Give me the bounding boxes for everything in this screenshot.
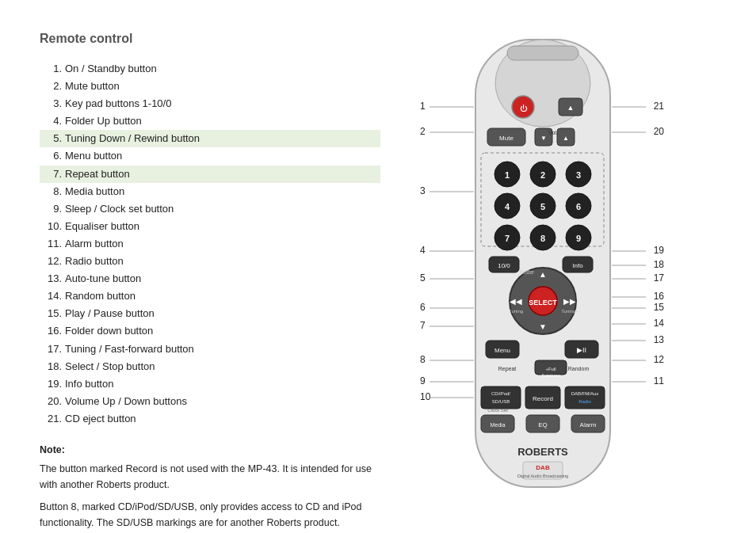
svg-text:Alarm: Alarm — [580, 421, 597, 428]
list-item: 12.Radio button — [40, 253, 380, 270]
note-title: Note: — [40, 442, 380, 458]
note-section: Note: The button marked Record is not us… — [40, 442, 380, 531]
label-13: 13 — [654, 334, 665, 345]
list-item: 17.Tuning / Fast-forward button — [40, 341, 380, 358]
svg-text:3: 3 — [576, 170, 581, 180]
item-number: 15. — [40, 305, 62, 322]
svg-text:Vol.: Vol. — [548, 130, 558, 135]
list-item: 9.Sleep / Clock set button — [40, 200, 380, 218]
item-label: Folder Up button — [65, 112, 142, 130]
item-label: Play / Pause button — [65, 305, 155, 322]
label-19: 19 — [654, 245, 665, 256]
label-16: 16 — [654, 291, 665, 302]
item-number: 7. — [40, 166, 62, 183]
svg-rect-2 — [507, 46, 578, 60]
list-item: 19.Info button — [40, 375, 380, 393]
item-number: 20. — [40, 393, 62, 410]
label-3: 3 — [420, 185, 426, 196]
svg-text:Radio: Radio — [578, 399, 591, 404]
list-item: 5.Tuning Down / Rewind button — [40, 130, 380, 147]
item-number: 12. — [40, 253, 62, 270]
svg-rect-56 — [481, 386, 521, 409]
item-number: 16. — [40, 322, 62, 340]
svg-text:Record: Record — [533, 395, 553, 402]
left-panel: Remote control 1.On / Standby button2.Mu… — [40, 32, 380, 533]
label-21: 21 — [654, 101, 665, 112]
item-number: 3. — [40, 95, 62, 112]
svg-text:7: 7 — [505, 234, 510, 243]
svg-text:◀◀: ◀◀ — [510, 297, 522, 306]
svg-text:8: 8 — [540, 234, 545, 243]
svg-text:CD/iPod/: CD/iPod/ — [491, 391, 510, 396]
item-label: CD eject button — [65, 410, 136, 428]
svg-text:Random: Random — [568, 366, 590, 371]
item-number: 11. — [40, 235, 62, 253]
note-paragraph: Button 8, marked CD/iPod/SD/USB, only pr… — [40, 499, 380, 531]
list-item: 8.Media button — [40, 183, 380, 200]
list-item: 11.Alarm button — [40, 235, 380, 253]
item-label: Info button — [65, 375, 113, 393]
item-label: Tuning Down / Rewind button — [65, 130, 200, 147]
list-item: 13.Auto-tune button — [40, 270, 380, 287]
note-paragraph: The button marked Record is not used wit… — [40, 461, 380, 493]
item-label: Tuning / Fast-forward button — [65, 341, 194, 358]
svg-text:Repeat: Repeat — [498, 366, 517, 372]
svg-text:⏻: ⏻ — [520, 105, 528, 112]
list-item: 3.Key pad buttons 1-10/0 — [40, 95, 380, 112]
svg-text:Digital Audio Broadcasting: Digital Audio Broadcasting — [517, 474, 568, 478]
list-item: 4.Folder Up button — [40, 112, 380, 130]
label-12: 12 — [654, 354, 665, 365]
svg-text:Info: Info — [572, 262, 583, 269]
item-label: Folder down button — [65, 322, 153, 340]
item-label: Alarm button — [65, 235, 124, 253]
item-number: 4. — [40, 112, 62, 130]
item-number: 10. — [40, 218, 62, 235]
svg-text:1: 1 — [505, 170, 510, 180]
list-item: 2.Mute button — [40, 78, 380, 95]
item-number: 6. — [40, 147, 62, 165]
label-14: 14 — [654, 318, 665, 329]
svg-text:Menu: Menu — [494, 347, 510, 354]
item-label: Auto-tune button — [65, 270, 141, 287]
list-item: 10.Equaliser button — [40, 218, 380, 235]
item-number: 19. — [40, 375, 62, 393]
svg-text:▲: ▲ — [563, 135, 569, 142]
svg-text:Tuning: Tuning — [509, 309, 523, 314]
list-item: 15.Play / Pause button — [40, 305, 380, 322]
item-label: Sleep / Clock set button — [65, 200, 174, 218]
item-number: 18. — [40, 358, 62, 375]
list-item: 18.Select / Stop button — [40, 358, 380, 375]
item-label: Menu button — [65, 147, 122, 165]
svg-text:▲: ▲ — [539, 270, 547, 279]
svg-text:+Full: +Full — [545, 367, 556, 371]
item-number: 1. — [40, 60, 62, 78]
label-5: 5 — [420, 272, 426, 284]
item-label: Equaliser button — [65, 218, 139, 235]
item-label: Mute button — [65, 78, 120, 95]
list-item: 20.Volume Up / Down buttons — [40, 393, 380, 410]
label-6: 6 — [420, 302, 426, 313]
page-title: Remote control — [40, 32, 380, 46]
label-9: 9 — [420, 375, 426, 386]
label-8: 8 — [420, 354, 426, 365]
item-label: Repeat button — [65, 166, 130, 183]
list-item: 6.Menu button — [40, 147, 380, 165]
label-7: 7 — [420, 320, 426, 331]
svg-rect-61 — [565, 386, 605, 409]
label-20: 20 — [654, 126, 665, 137]
svg-text:Mute: Mute — [499, 135, 514, 142]
svg-text:▶II: ▶II — [577, 346, 586, 354]
label-10: 10 — [420, 391, 431, 402]
svg-text:▼: ▼ — [540, 135, 547, 142]
item-number: 9. — [40, 200, 62, 218]
item-label: Radio button — [65, 253, 124, 270]
svg-text:2: 2 — [540, 170, 545, 180]
svg-text:Autotune: Autotune — [541, 373, 561, 378]
svg-text:DAB: DAB — [536, 464, 550, 471]
label-18: 18 — [654, 259, 665, 270]
label-1: 1 — [420, 101, 426, 112]
svg-text:10/0: 10/0 — [498, 262, 510, 269]
svg-text:Tuning+: Tuning+ — [561, 309, 578, 314]
svg-text:▶▶: ▶▶ — [563, 297, 576, 306]
item-label: On / Standby button — [65, 60, 157, 78]
